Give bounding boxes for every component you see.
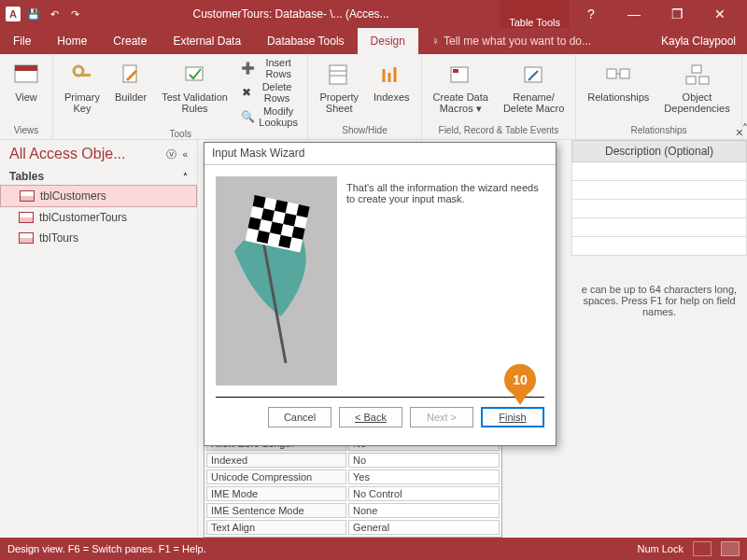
tab-file[interactable]: File	[0, 28, 44, 54]
property-sheet-button[interactable]: Property Sheet	[314, 56, 364, 118]
insert-rows-button[interactable]: ➕ Insert Rows	[237, 56, 303, 80]
callout-number: 10	[504, 364, 536, 396]
app-icon: A	[6, 7, 21, 21]
restore-button[interactable]: ❐	[655, 0, 698, 28]
navigation-pane: All Access Obje... ⓥ « Tables ˄ tblCusto…	[0, 140, 198, 538]
svg-rect-25	[283, 213, 296, 226]
relationships-button[interactable]: Relationships	[582, 56, 655, 106]
view-button[interactable]: View	[6, 56, 47, 106]
tell-me-search[interactable]: Tell me what you want to do...	[442, 28, 604, 54]
delete-rows-icon: ✖	[241, 85, 252, 100]
cancel-button[interactable]: Cancel	[268, 407, 331, 427]
nav-section-tables[interactable]: Tables ˄	[0, 168, 197, 185]
desc-row[interactable]	[571, 237, 747, 256]
group-relationships: Relationships Object Dependencies Relati…	[576, 54, 741, 139]
ribbon-tabs: File Home Create External Data Database …	[0, 28, 747, 54]
description-column: Description (Optional) e can be up to 64…	[571, 140, 747, 345]
key-icon	[67, 60, 97, 90]
window-title: CustomerTours: Database- \... (Acces...	[82, 7, 500, 21]
delete-rows-button[interactable]: ✖ Delete Rows	[237, 80, 303, 105]
insert-rows-label: Insert Rows	[259, 57, 299, 79]
indexes-label: Indexes	[374, 91, 410, 103]
prop-value[interactable]: Yes	[348, 469, 500, 484]
close-button[interactable]: ✕	[698, 0, 741, 28]
svg-rect-12	[607, 69, 616, 78]
tab-create[interactable]: Create	[100, 28, 160, 54]
prop-value[interactable]: No Control	[348, 486, 500, 501]
prop-name: Unicode Compression	[206, 469, 346, 484]
desc-row[interactable]	[571, 181, 747, 200]
nav-title: All Access Obje...	[9, 146, 166, 162]
prop-row[interactable]: IME ModeNo Control	[206, 486, 500, 501]
prop-row[interactable]: IndexedNo	[206, 453, 500, 468]
rename-macro-icon	[519, 60, 549, 90]
builder-button[interactable]: Builder	[109, 56, 152, 106]
modify-lookups-label: Modify Lookups	[259, 105, 299, 128]
back-button[interactable]: < Back	[339, 407, 402, 427]
nav-search-icon[interactable]: ⓥ	[166, 147, 176, 161]
prop-row[interactable]: Unicode CompressionYes	[206, 469, 500, 484]
status-text: Design view. F6 = Switch panes. F1 = Hel…	[7, 543, 206, 554]
help-button[interactable]: ?	[570, 0, 613, 28]
svg-rect-10	[453, 69, 458, 73]
table-icon	[19, 232, 34, 244]
design-view-icon[interactable]	[721, 541, 740, 556]
close-object-button[interactable]: ×	[736, 125, 743, 140]
relationships-icon	[603, 60, 633, 90]
desc-row[interactable]	[571, 218, 747, 237]
tab-database-tools[interactable]: Database Tools	[254, 28, 358, 54]
svg-rect-28	[291, 226, 304, 239]
undo-icon[interactable]: ↶	[47, 7, 62, 21]
modify-lookups-button[interactable]: 🔍 Modify Lookups	[237, 105, 303, 129]
primary-key-button[interactable]: Primary Key	[59, 56, 106, 118]
step-callout: 10	[504, 364, 536, 405]
nav-item-tblcustomers[interactable]: tblCustomers	[0, 185, 197, 207]
group-relationships-label: Relationships	[582, 125, 735, 137]
object-dependencies-button[interactable]: Object Dependencies	[658, 56, 735, 118]
svg-rect-21	[253, 195, 266, 208]
minimize-button[interactable]: —	[613, 0, 655, 28]
nav-item-tblcustomertours[interactable]: tblCustomerTours	[0, 207, 197, 228]
create-data-macros-button[interactable]: Create Data Macros ▾	[428, 56, 494, 118]
tab-external-data[interactable]: External Data	[160, 28, 254, 54]
prop-row[interactable]: Text AlignGeneral	[206, 520, 500, 535]
test-validation-button[interactable]: Test Validation Rules	[156, 56, 233, 118]
datasheet-view-icon[interactable]	[693, 541, 712, 556]
save-icon[interactable]: 💾	[26, 7, 41, 21]
tab-design[interactable]: Design	[358, 28, 418, 54]
svg-rect-17	[699, 77, 709, 84]
svg-rect-24	[261, 208, 275, 221]
nav-collapse-icon[interactable]: «	[182, 149, 188, 160]
prop-value[interactable]: No	[348, 453, 500, 468]
view-label: View	[15, 91, 37, 103]
user-label[interactable]: Kayla Claypool	[661, 35, 747, 48]
prop-value[interactable]: General	[348, 520, 500, 535]
finish-label: Finish	[499, 412, 526, 423]
nav-item-tbltours[interactable]: tblTours	[0, 228, 197, 248]
indexes-button[interactable]: Indexes	[368, 56, 416, 106]
primary-key-label: Primary Key	[64, 91, 100, 114]
redo-icon[interactable]: ↷	[67, 7, 82, 21]
tellme-prefix: ♀	[418, 28, 442, 54]
tab-home[interactable]: Home	[44, 28, 100, 54]
finish-button[interactable]: Finish	[481, 407, 544, 427]
desc-row[interactable]	[571, 162, 747, 181]
prop-row[interactable]: IME Sentence ModeNone	[206, 503, 500, 518]
svg-rect-13	[620, 69, 629, 78]
svg-rect-16	[686, 77, 696, 84]
wizard-illustration	[216, 176, 337, 385]
wizard-message: That's all the information the wizard ne…	[346, 176, 544, 385]
svg-rect-27	[270, 221, 283, 234]
desc-row[interactable]	[571, 200, 747, 218]
nav-item-label: tblTours	[39, 231, 78, 245]
nav-item-label: tblCustomers	[40, 189, 106, 203]
svg-rect-30	[278, 235, 291, 248]
rename-delete-macro-button[interactable]: Rename/ Delete Macro	[498, 56, 570, 118]
nav-header[interactable]: All Access Obje... ⓥ «	[0, 140, 197, 168]
svg-rect-29	[257, 231, 270, 244]
table-icon	[20, 190, 35, 202]
validation-icon	[180, 60, 210, 90]
prop-value[interactable]: None	[348, 503, 500, 518]
insert-rows-icon: ➕	[241, 61, 255, 76]
next-button: Next >	[410, 407, 473, 427]
